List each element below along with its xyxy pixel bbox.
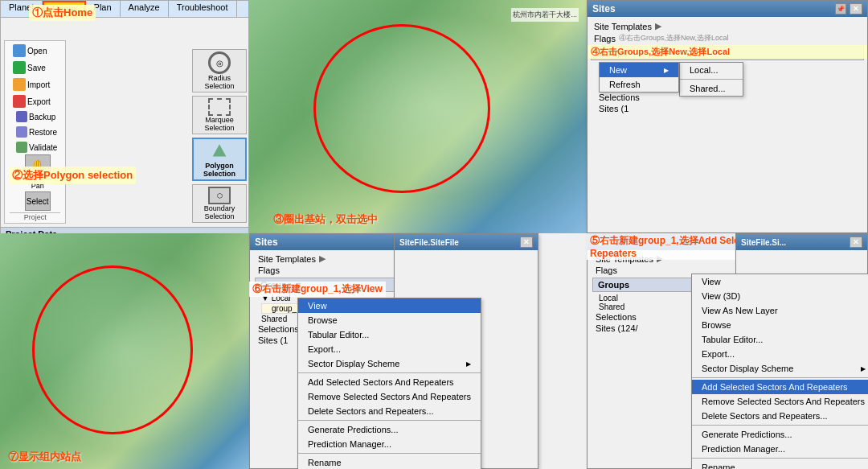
- annotation-1: ①点击Home: [29, 5, 96, 21]
- toolbar-panel: Planet Home Plan Analyze Troubleshoot ①点…: [0, 0, 249, 233]
- restore-button[interactable]: Restore: [13, 125, 60, 139]
- sitefile-right-title: SiteFile.Si... ✕: [736, 234, 867, 250]
- sitefile-right-close[interactable]: ✕: [850, 237, 862, 248]
- sitefile-close[interactable]: ✕: [520, 237, 533, 248]
- new-submenu: Local... Shared...: [679, 62, 743, 97]
- import-button[interactable]: Import: [10, 76, 60, 93]
- ctx-b-delete-sectors[interactable]: Delete Sectors and Repeaters...: [298, 404, 481, 418]
- ctx-b-add-selected[interactable]: Add Selected Sectors And Repeaters: [298, 375, 481, 389]
- ctx-r-tabular[interactable]: Tabular Editor...: [692, 332, 868, 347]
- ctx-b-export[interactable]: Export...: [298, 342, 481, 356]
- ribbon-group-project: Open Save Import Export Backup: [4, 40, 66, 224]
- backup-button[interactable]: Backup: [13, 109, 60, 124]
- open-button[interactable]: Open: [10, 43, 60, 59]
- marquee-icon: [208, 98, 231, 116]
- ctx-r-browse[interactable]: Browse: [692, 318, 868, 332]
- context-menu-new: New ▶ Refresh: [599, 62, 679, 93]
- ctx-area: New ▶ Refresh Local... Shared... Selecti…: [591, 62, 864, 175]
- map-labels: 杭州市内若干大楼...: [511, 8, 579, 22]
- annotation-4: ④右击Groups,选择New,选择Local: [588, 45, 867, 59]
- selections-row[interactable]: Selections: [599, 93, 640, 102]
- ctx-b-pred-mgr[interactable]: Prediction Manager...: [298, 437, 481, 451]
- ctx-r-sep2: [692, 425, 868, 426]
- close-button[interactable]: ✕: [850, 3, 862, 14]
- ctx-sep: [680, 79, 743, 80]
- validate-button[interactable]: Validate: [13, 140, 60, 154]
- boundary-icon: ⬡: [208, 187, 231, 204]
- marquee-selection-btn[interactable]: Marquee Selection: [192, 96, 247, 134]
- selection-circle-2: [32, 265, 193, 434]
- select-button[interactable]: Select: [25, 191, 51, 211]
- polygon-icon: [208, 142, 231, 160]
- radius-selection-btn[interactable]: ◎ Radius Selection: [192, 49, 247, 93]
- ctx-r-delete-sectors[interactable]: Delete Sectors and Repeaters...: [692, 409, 868, 423]
- marquee-label: Marquee Selection: [196, 116, 243, 132]
- ctx-b-view[interactable]: View: [298, 298, 481, 313]
- ctx-new[interactable]: New ▶: [600, 63, 678, 77]
- annotation-7: ⑦显示组内站点: [8, 450, 81, 464]
- site-templates-label: Site Templates: [594, 22, 652, 31]
- sites-title: Sites: [592, 3, 616, 14]
- flags-annotation: ④右击Groups,选择New,选择Local: [619, 33, 729, 43]
- ctx-b-tabular[interactable]: Tabular Editor...: [298, 327, 481, 342]
- site-templates-arrow: ▶: [655, 21, 661, 31]
- flags-label: Flags: [594, 34, 616, 43]
- ctx-shared[interactable]: Shared...: [680, 81, 743, 96]
- pin-icon[interactable]: 📌: [835, 3, 846, 14]
- boundary-selection-btn[interactable]: ⬡ Boundary Selection: [192, 184, 247, 223]
- sites-title-bar: Sites 📌 ✕: [588, 1, 867, 17]
- sites-bottom-title: Sites: [255, 237, 278, 248]
- site-templates-row[interactable]: Site Templates ▶: [591, 20, 864, 32]
- sites-body: Site Templates ▶ Flags ④右击Groups,选择New,选…: [588, 17, 867, 178]
- ctx-r-gen-pred[interactable]: Generate Predictions...: [692, 427, 868, 442]
- save-button[interactable]: Save: [10, 60, 60, 76]
- ctx-r-add-selected[interactable]: Add Selected Sectors And Repeaters: [692, 380, 868, 394]
- radius-label: Radius Selection: [196, 74, 243, 90]
- tab-troubleshoot[interactable]: Troubleshoot: [169, 1, 237, 17]
- ctx-refresh[interactable]: Refresh: [600, 77, 678, 92]
- ctx-menu-right: View View (3D) View As New Layer Browse …: [691, 274, 868, 469]
- annotation-2: ②选择Polygon selection: [9, 167, 136, 184]
- ctx-b-browse[interactable]: Browse: [298, 313, 481, 327]
- ctx-r-view[interactable]: View: [692, 274, 868, 289]
- bottom-right-panel: Sites ✕ Site Templates ▶ Flags Groups Lo…: [587, 233, 868, 469]
- ctx-r-sep1: [692, 377, 868, 378]
- annotation-6: ⑥右击新建group_1,选择View: [249, 282, 386, 297]
- polygon-label: Polygon Selection: [197, 162, 242, 178]
- sitefile-bottom-title: SiteFile.SiteFile ✕: [395, 234, 538, 250]
- map-bottom-panel: ⑦显示组内站点: [0, 233, 249, 469]
- tab-analyze[interactable]: Analyze: [121, 1, 169, 17]
- selection-circle: [313, 24, 490, 193]
- map-bottom-bg: ⑦显示组内站点: [0, 233, 249, 469]
- ctx-menu-bottom: View Browse Tabular Editor... Export... …: [297, 298, 481, 469]
- sitefile-right-label: SiteFile.Si...: [741, 238, 786, 247]
- map-top-bg: 杭州市内若干大楼... ③圈出基站，双击选中: [249, 0, 587, 233]
- ctx-b-gen-pred[interactable]: Generate Predictions...: [298, 422, 481, 437]
- annotation-3: ③圈出基站，双击选中: [273, 212, 378, 227]
- selection-tools: ◎ Radius Selection Marquee Selection Pol…: [192, 49, 247, 223]
- ctx-b-rename[interactable]: Rename: [298, 455, 481, 469]
- ctx-b-sep2: [298, 420, 481, 421]
- ctx-r-remove-selected[interactable]: Remove Selected Sectors And Repeaters: [692, 394, 868, 409]
- ctx-r-pred-mgr[interactable]: Prediction Manager...: [692, 442, 868, 456]
- polygon-selection-btn[interactable]: Polygon Selection: [192, 138, 247, 181]
- export-button[interactable]: Export: [10, 93, 60, 109]
- ctx-b-sector-display[interactable]: Sector Display Scheme ▶: [298, 356, 481, 371]
- sites-panel-top: Sites 📌 ✕ Site Templates ▶ Flags ④右击Grou…: [587, 0, 868, 233]
- new-arrow: ▶: [664, 67, 669, 74]
- ctx-b-sep3: [298, 453, 481, 454]
- ctx-r-rename[interactable]: Rename: [692, 460, 868, 469]
- boundary-label: Boundary Selection: [196, 204, 243, 220]
- radius-icon: ◎: [208, 51, 231, 74]
- ctx-r-view-new-layer[interactable]: View As New Layer: [692, 303, 868, 318]
- ctx-local[interactable]: Local...: [680, 63, 743, 77]
- flags-row[interactable]: Flags ④右击Groups,选择New,选择Local: [591, 32, 864, 44]
- sites-count-row[interactable]: Sites (1: [599, 104, 628, 113]
- ctx-r-view3d[interactable]: View (3D): [692, 289, 868, 303]
- ctx-b-sep1: [298, 372, 481, 373]
- project-group-label: Project: [10, 212, 60, 221]
- ctx-r-export[interactable]: Export...: [692, 347, 868, 361]
- sitefile-label: SiteFile.SiteFile: [399, 238, 459, 247]
- ctx-b-remove-selected[interactable]: Remove Selected Sectors And Repeaters: [298, 389, 481, 404]
- ctx-r-sector-display[interactable]: Sector Display Scheme ▶: [692, 361, 868, 376]
